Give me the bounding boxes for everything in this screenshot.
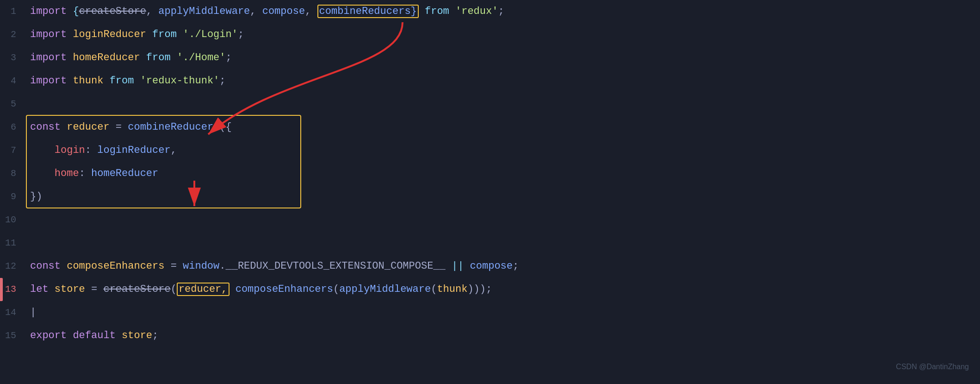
line-10: 10	[0, 208, 980, 232]
code-token: const	[30, 260, 67, 272]
code-token: combineReducers}	[317, 5, 419, 18]
line-content-15: export default store;	[25, 324, 980, 347]
line-content-14: |	[25, 301, 980, 324]
line-number-3: 3	[0, 46, 25, 69]
code-token: =	[110, 121, 128, 133]
line-number-9: 9	[0, 185, 25, 208]
code-token: ({	[219, 121, 231, 133]
code-token: ;	[238, 29, 244, 40]
watermark: CSDN @DantinZhang	[896, 355, 969, 378]
code-token: from	[146, 52, 177, 63]
line-content-9: })	[25, 185, 980, 208]
line-content-12: const composeEnhancers = window.__REDUX_…	[25, 255, 980, 278]
code-lines: 1import {createStore, applyMiddleware, c…	[0, 0, 980, 347]
code-token: store	[55, 283, 85, 295]
line-7: 7 login: loginReducer,	[0, 139, 980, 162]
line-2: 2import loginReducer from './Login';	[0, 23, 980, 46]
line-content-4: import thunk from 'redux-thunk';	[25, 69, 980, 93]
line-content-2: import loginReducer from './Login';	[25, 23, 980, 46]
line-number-14: 14	[0, 301, 25, 324]
code-token: import	[30, 75, 73, 87]
code-token: =	[164, 260, 183, 272]
code-token: compose	[262, 6, 305, 17]
code-token: loginReducer	[73, 29, 152, 40]
code-token: 'redux'	[455, 6, 498, 17]
line-1: 1import {createStore, applyMiddleware, c…	[0, 0, 980, 23]
line-content-7: login: loginReducer,	[25, 139, 980, 162]
code-token: from	[425, 6, 449, 17]
code-token: let	[30, 283, 55, 295]
line-number-10: 10	[0, 208, 25, 232]
code-token: window	[183, 260, 219, 272]
code-token: default	[73, 330, 122, 341]
line-number-1: 1	[0, 0, 25, 23]
code-token: .__REDUX_DEVTOOLS_EXTENSION_COMPOSE__	[219, 260, 445, 272]
code-token: |	[30, 307, 36, 318]
code-token: thunk	[73, 75, 109, 87]
line-14: 14|	[0, 301, 980, 324]
line-number-12: 12	[0, 255, 25, 278]
code-token: homeReducer	[73, 52, 146, 63]
line-number-5: 5	[0, 93, 25, 116]
line-content-6: const reducer = combineReducers({	[25, 116, 980, 139]
code-token: ||	[446, 260, 470, 272]
code-token: from	[152, 29, 183, 40]
line-9: 9})	[0, 185, 980, 208]
code-token: composeEnhancers	[67, 260, 164, 272]
code-token: ;	[152, 330, 158, 341]
code-token	[449, 6, 455, 17]
code-token: ,	[305, 6, 317, 17]
code-token: ;	[513, 260, 519, 272]
code-token: (	[431, 283, 437, 295]
code-token: :	[79, 168, 91, 179]
line-8: 8 home: homeReducer	[0, 162, 980, 185]
code-token: import	[30, 6, 73, 17]
code-token: store	[122, 330, 152, 341]
line-number-8: 8	[0, 162, 25, 185]
code-token: './Home'	[177, 52, 226, 63]
line-number-4: 4	[0, 69, 25, 93]
code-token: thunk	[437, 283, 467, 295]
code-token: ,	[250, 6, 262, 17]
line-number-7: 7	[0, 139, 25, 162]
code-token: (	[333, 283, 339, 295]
code-token: loginReducer	[97, 145, 170, 156]
code-token: )))	[467, 283, 486, 295]
line-number-11: 11	[0, 232, 25, 255]
code-token: './Login'	[183, 29, 238, 40]
line-content-3: import homeReducer from './Home';	[25, 46, 980, 69]
code-token: login	[30, 145, 85, 156]
line-3: 3import homeReducer from './Home';	[0, 46, 980, 69]
code-token: 'redux-thunk'	[140, 75, 220, 87]
code-token: combineReducers	[128, 121, 219, 133]
code-token: createStore	[103, 283, 170, 295]
line-13: 13let store = createStore(reducer, compo…	[0, 278, 980, 301]
code-token: export	[30, 330, 73, 341]
code-token: (	[171, 283, 177, 295]
code-token: ;	[219, 75, 225, 87]
code-token: })	[30, 191, 42, 202]
code-token: =	[85, 283, 104, 295]
code-token: :	[85, 145, 97, 156]
line-15: 15export default store;	[0, 324, 980, 347]
line-12: 12const composeEnhancers = window.__REDU…	[0, 255, 980, 278]
code-token: reducer	[67, 121, 109, 133]
code-token: ;	[486, 283, 492, 295]
code-editor: 1import {createStore, applyMiddleware, c…	[0, 0, 980, 384]
line-number-6: 6	[0, 116, 25, 139]
line-number-13: 13	[0, 278, 25, 301]
line-4: 4import thunk from 'redux-thunk';	[0, 69, 980, 93]
code-token: createStore	[79, 6, 146, 17]
line-content-8: home: homeReducer	[25, 162, 980, 185]
code-token: ;	[226, 52, 232, 63]
line-number-2: 2	[0, 23, 25, 46]
code-token: const	[30, 121, 67, 133]
code-token: applyMiddleware	[158, 6, 250, 17]
code-token	[229, 283, 236, 295]
code-token: ,	[146, 6, 158, 17]
code-token: import	[30, 52, 73, 63]
code-token: {	[73, 6, 79, 17]
code-token: from	[110, 75, 140, 87]
line-11: 11	[0, 232, 980, 255]
line-number-15: 15	[0, 324, 25, 347]
